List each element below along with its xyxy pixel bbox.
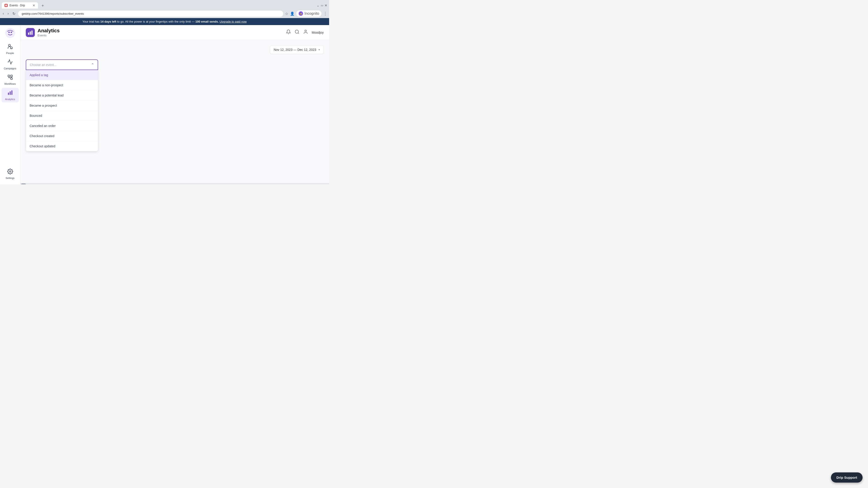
page-icon (26, 28, 35, 37)
restore-icon[interactable]: ▭ (321, 4, 323, 7)
incognito-button[interactable]: 🕵 Incognito (296, 10, 321, 17)
tab-title: Events · Drip (9, 4, 31, 7)
forward-button[interactable]: › (6, 11, 9, 17)
trial-text-middle: to go. All the power is at your fingerti… (117, 20, 195, 23)
dropdown-item-checkout-updated[interactable]: Checkout updated (26, 141, 98, 151)
bookmark-icon[interactable]: ☆ (285, 11, 288, 16)
svg-point-12 (9, 171, 11, 172)
svg-point-1 (5, 28, 15, 38)
date-range-button[interactable]: Nov 12, 2023 — Dec 12, 2023 ▾ (270, 45, 324, 54)
dropdown-item-label: Checkout created (30, 134, 55, 138)
svg-point-5 (10, 47, 12, 49)
user-icon (303, 29, 308, 34)
address-bar[interactable] (18, 11, 283, 17)
svg-rect-6 (8, 75, 10, 77)
profile-icon[interactable]: 👤 (290, 11, 294, 16)
dropdown-item-canceled-order[interactable]: Canceled an order (26, 121, 98, 131)
scrollbar-thumb (21, 184, 26, 184)
dropdown-item-applied-a-tag[interactable]: Applied a tag (26, 70, 98, 80)
trial-limit: 100 email sends. (195, 20, 219, 23)
search-icon (294, 29, 300, 34)
dropdown-item-label: Became a prospect (30, 104, 57, 107)
svg-rect-15 (31, 31, 33, 35)
svg-point-3 (11, 32, 12, 33)
user-name[interactable]: Moodjoy (312, 31, 324, 34)
analytics-header-icon (28, 30, 33, 35)
back-button[interactable]: ‹ (2, 11, 5, 17)
dropdown-item-became-non-prospect[interactable]: Became a non-prospect (26, 80, 98, 90)
sidebar-item-people[interactable]: People (2, 42, 19, 56)
browser-toolbar: ‹ › ↻ ☆ 👤 🕵 Incognito ⋮ (0, 9, 329, 18)
tab-favicon (4, 4, 8, 7)
dropdown-scroll-area[interactable]: Applied a tag Became a non-prospect Beca… (26, 70, 98, 151)
analytics-icon (7, 90, 13, 97)
sidebar-campaigns-label: Campaigns (4, 67, 17, 70)
dropdown-menu: Applied a tag Became a non-prospect Beca… (26, 70, 98, 151)
minimize-icon[interactable]: ⌄ (317, 4, 319, 7)
sidebar-people-label: People (6, 52, 14, 55)
svg-rect-14 (30, 31, 31, 35)
page-title: Analytics (37, 28, 60, 34)
upgrade-link[interactable]: Upgrade to paid now (219, 20, 247, 23)
campaigns-icon (7, 59, 13, 66)
svg-rect-11 (11, 90, 12, 95)
dropdown-item-became-prospect[interactable]: Became a prospect (26, 101, 98, 111)
page-subtitle: Events (37, 34, 60, 37)
svg-point-16 (295, 30, 299, 33)
svg-line-17 (298, 33, 299, 34)
dropdown-item-label: Bounced (30, 114, 42, 118)
dropdown-item-checkout-created[interactable]: Checkout created (26, 131, 98, 141)
dropdown-item-label: Applied a tag (30, 73, 48, 77)
sidebar-workflows-label: Workflows (4, 83, 16, 85)
bell-icon (286, 29, 291, 34)
top-bar-actions: Moodjoy (286, 29, 324, 35)
svg-point-2 (8, 32, 10, 33)
horizontal-scrollbar[interactable] (20, 183, 329, 184)
dropdown-item-label: Became a potential lead (30, 94, 64, 97)
trial-text-before: Your trial has (83, 20, 100, 23)
top-bar: Analytics Events (20, 25, 329, 40)
profile-label: Incognito (305, 11, 319, 15)
dropdown-item-bounced[interactable]: Bounced (26, 111, 98, 121)
svg-point-18 (305, 30, 306, 32)
sidebar-item-settings[interactable]: Settings (2, 167, 19, 181)
app-container: Your trial has 14 days left to go. All t… (0, 18, 329, 184)
dropdown-item-label: Checkout updated (30, 144, 55, 148)
sidebar: People Campaigns Workflows (0, 25, 20, 184)
date-range-label: Nov 12, 2023 — Dec 12, 2023 (274, 48, 316, 52)
new-tab-button[interactable]: ＋ (39, 2, 46, 9)
close-tab-button[interactable]: ✕ (33, 4, 35, 7)
chevron-down-icon: ▾ (318, 48, 320, 51)
sidebar-logo[interactable] (5, 28, 16, 38)
settings-icon (7, 168, 13, 176)
close-window-icon[interactable]: ✕ (324, 4, 327, 7)
svg-rect-10 (9, 92, 10, 95)
sidebar-analytics-label: Analytics (5, 98, 15, 101)
notifications-button[interactable] (286, 29, 291, 35)
reload-button[interactable]: ↻ (11, 11, 16, 17)
svg-point-4 (8, 44, 10, 46)
dropdown-placeholder: Choose an event... (30, 63, 57, 67)
search-button[interactable] (294, 29, 300, 35)
dropdown-trigger[interactable]: Choose an event... ⌃ (26, 59, 98, 70)
sidebar-item-workflows[interactable]: Workflows (2, 72, 19, 87)
sidebar-item-campaigns[interactable]: Campaigns (2, 57, 19, 72)
event-dropdown: Choose an event... ⌃ Applied a tag Becam… (26, 59, 98, 70)
incognito-avatar: 🕵 (299, 11, 303, 16)
date-range-row: Nov 12, 2023 — Dec 12, 2023 ▾ (26, 45, 324, 54)
sidebar-item-analytics[interactable]: Analytics (2, 88, 19, 102)
dropdown-chevron-icon: ⌃ (91, 63, 94, 67)
svg-rect-7 (11, 75, 12, 77)
people-icon (7, 43, 13, 51)
workflows-icon (7, 74, 13, 82)
trial-days: 14 days left (100, 20, 116, 23)
tab-bar: Events · Drip ✕ ＋ ⌄ ▭ ✕ (0, 0, 329, 9)
drip-favicon-icon (5, 4, 7, 6)
active-tab[interactable]: Events · Drip ✕ (2, 2, 38, 8)
page-content: Nov 12, 2023 — Dec 12, 2023 ▾ Choose an … (20, 40, 329, 183)
dropdown-item-became-potential-lead[interactable]: Became a potential lead (26, 90, 98, 101)
dropdown-item-label: Became a non-prospect (30, 84, 63, 87)
user-profile-button[interactable] (303, 29, 308, 35)
menu-icon[interactable]: ⋮ (323, 11, 327, 16)
drip-logo-icon (5, 28, 16, 38)
